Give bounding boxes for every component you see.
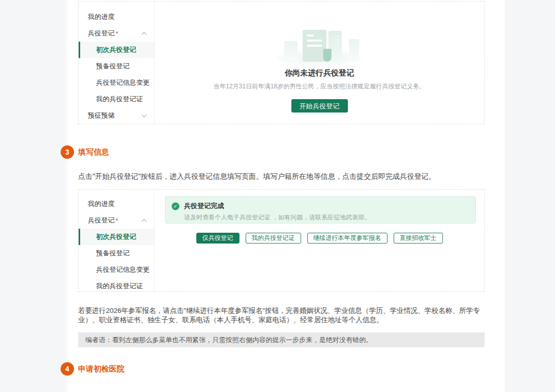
- step-3-number-badge: 3: [61, 145, 74, 159]
- screenshot-registration-complete: 我的进度 兵役登记 * 初次兵役登记 预备役登记 兵役登记信息变更 我的兵役登记…: [78, 189, 485, 292]
- empty-state-description: 当年12月31日前年满18岁的男性公民，应当按照法律规定履行兵役登记义务。: [155, 82, 484, 91]
- step-3-title: 填写信息: [78, 147, 109, 157]
- my-certificate-button[interactable]: 我的兵役登记证: [246, 233, 301, 244]
- sidebar-item-military-registration[interactable]: 兵役登记 *: [79, 212, 154, 229]
- sidebar-item-my-certificate[interactable]: 我的兵役登记证: [79, 278, 154, 294]
- sidebar-item-my-certificate[interactable]: 我的兵役登记证: [79, 91, 154, 107]
- sidebar-item-label: 初次兵役登记: [96, 45, 136, 54]
- enlist-signup-paragraph: 若要进行2026年参军报名，请点击"继续进行本年度参军报名"按钮，完善婚姻状况、…: [78, 306, 486, 325]
- sidebar-item-label: 兵役登记: [88, 29, 115, 38]
- check-circle-icon: ✓: [172, 202, 179, 210]
- step-3-description: 点击"开始兵役登记"按钮后，进入兵役登记信息填写页面。填写户籍所在地等信息，点击…: [78, 171, 485, 181]
- complete-state-panel: ✓ 兵役登记完成 请及时查看个人电子兵役登记证 ，如有问题，请联系应征地武装部。…: [155, 190, 484, 291]
- sidebar-item-label: 初次兵役登记: [96, 232, 136, 241]
- screenshot-registration-empty: 我的进度 兵役登记 * 初次兵役登记 预备役登记 兵役登记信息变更 我的兵役登记…: [78, 1, 485, 124]
- sidebar-item-label: 我的进度: [88, 12, 115, 22]
- sidebar-item-reserve-registration[interactable]: 预备役登记: [79, 58, 154, 74]
- sidebar-item-military-registration[interactable]: 兵役登记 *: [79, 25, 154, 42]
- sidebar-item-label: 我的兵役登记证: [96, 95, 143, 104]
- document-fold: [323, 49, 331, 62]
- building-left: [284, 41, 298, 61]
- step-timeline-line: [67, 0, 67, 392]
- sidebar-item-label: 兵役登记: [88, 216, 115, 225]
- sidebar-item-label: 我的进度: [88, 199, 115, 209]
- sidebar-menu: 我的进度 兵役登记 * 初次兵役登记 预备役登记 兵役登记信息变更 我的兵役登记…: [79, 190, 155, 291]
- building-far-right: [349, 39, 359, 60]
- sidebar-item-info-change[interactable]: 兵役登记信息变更: [79, 74, 154, 91]
- step-4-number-badge: 4: [61, 362, 74, 376]
- sidebar-menu: 我的进度 兵役登记 * 初次兵役登记 预备役登记 兵役登记信息变更 我的兵役登记…: [79, 2, 155, 124]
- continue-enlist-signup-button[interactable]: 继续进行本年度参军报名: [307, 233, 387, 244]
- document-buildings-illustration: [276, 28, 363, 65]
- chevron-up-icon: [142, 219, 147, 224]
- sidebar-item-reserve-registration[interactable]: 预备役登记: [79, 245, 154, 262]
- empty-state-title: 你尚未进行兵役登记: [155, 68, 484, 78]
- document-icon: [303, 30, 326, 62]
- chevron-up-icon: [142, 32, 147, 37]
- action-button-row: 仅兵役登记 我的兵役登记证 继续进行本年度参军报名 直接招收军士: [155, 233, 484, 244]
- sidebar-item-first-registration[interactable]: 初次兵役登记: [79, 42, 154, 58]
- required-asterisk: *: [116, 30, 118, 38]
- sidebar-item-first-registration[interactable]: 初次兵役登记: [79, 229, 154, 245]
- step-4-heading: 4 申请初检医院: [78, 362, 505, 376]
- start-registration-button[interactable]: 开始兵役登记: [291, 99, 348, 113]
- success-alert: ✓ 兵役登记完成 请及时查看个人电子兵役登记证 ，如有问题，请联系应征地武装部。: [165, 196, 476, 223]
- sidebar-item-label: 预备役登记: [96, 249, 130, 258]
- step-4-title: 申请初检医院: [78, 364, 124, 374]
- sidebar-item-label: 我的兵役登记证: [96, 282, 143, 291]
- sidebar-item-label: 兵役登记信息变更: [96, 265, 150, 274]
- step-3-heading: 3 填写信息: [78, 145, 505, 159]
- success-alert-description: 请及时查看个人电子兵役登记证 ，如有问题，请联系应征地武装部。: [172, 213, 469, 222]
- sidebar-item-my-progress[interactable]: 我的进度: [79, 196, 154, 212]
- registration-only-button[interactable]: 仅兵役登记: [196, 233, 239, 244]
- sidebar-item-label: 兵役登记信息变更: [96, 78, 150, 87]
- empty-state-panel: 你尚未进行兵役登记 当年12月31日前年满18岁的男性公民，应当按照法律规定履行…: [155, 2, 484, 124]
- chevron-down-icon: [142, 113, 147, 118]
- editor-note: 编者语：看到左侧那么多菜单也不用紧张，只需按照右侧内容的提示一步步来，是绝对没有…: [78, 332, 485, 347]
- required-asterisk: *: [116, 217, 118, 225]
- article-content: 我的进度 兵役登记 * 初次兵役登记 预备役登记 兵役登记信息变更 我的兵役登记…: [66, 0, 505, 392]
- sidebar-item-label: 预征预储: [88, 111, 115, 120]
- success-alert-title: 兵役登记完成: [184, 201, 224, 211]
- direct-recruit-nco-button[interactable]: 直接招收军士: [394, 233, 443, 244]
- sidebar-item-pre-recruit[interactable]: 预征预储: [79, 107, 154, 124]
- sidebar-item-info-change[interactable]: 兵役登记信息变更: [79, 262, 154, 278]
- sidebar-item-my-progress[interactable]: 我的进度: [79, 9, 154, 25]
- sidebar-item-label: 预备役登记: [96, 62, 130, 71]
